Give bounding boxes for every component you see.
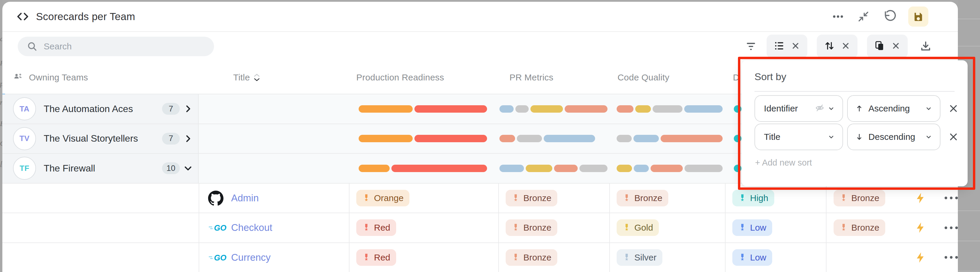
go-icon: GO (208, 251, 231, 264)
chevron-down-icon[interactable] (183, 163, 193, 173)
standards-cell (826, 243, 958, 272)
remove-sort-icon[interactable] (948, 131, 959, 142)
team-cell[interactable]: TAThe Automation Aces7 (2, 94, 199, 123)
status-badge: Bronze (834, 190, 885, 206)
bar-segment (414, 135, 487, 142)
team-avatar: TA (13, 97, 36, 120)
remove-sort-icon[interactable] (948, 103, 959, 114)
status-badge: Orange (356, 190, 409, 206)
status-badge: High (732, 190, 774, 206)
sort-field-dropdown[interactable]: Identifier (754, 95, 843, 122)
score-bars (349, 165, 487, 172)
lightning-icon[interactable] (915, 222, 926, 234)
badge-label: Silver (634, 253, 657, 262)
search-input[interactable] (43, 41, 192, 52)
badge-label: Gold (634, 222, 653, 233)
toolbar-controls (745, 32, 958, 61)
badge-label: Red (374, 253, 390, 262)
sort-rule-row: Identifier Ascending (754, 95, 959, 122)
sort-direction-dropdown[interactable]: Descending (847, 123, 940, 150)
bar-segment (359, 165, 390, 172)
score-bars (498, 135, 595, 142)
score-bars (349, 135, 487, 142)
standards-cell: Bronze (826, 213, 958, 242)
status-badge: Red (356, 249, 396, 266)
column-header-clipped[interactable]: D (733, 61, 740, 94)
empty-team-cell (2, 184, 199, 213)
filter-icon[interactable] (745, 40, 757, 53)
column-header-pr-metrics[interactable]: PR Metrics (509, 61, 554, 94)
row-menu-icon[interactable] (945, 226, 958, 229)
badge-cell: Red (349, 243, 498, 272)
sort-control-pill[interactable] (817, 35, 858, 58)
column-header-label: Production Readiness (356, 72, 444, 83)
score-bars (498, 165, 608, 172)
sort-field-dropdown[interactable]: Title (754, 123, 843, 150)
bar-segment (359, 135, 413, 142)
copy-stack-icon (874, 40, 885, 53)
search-box[interactable] (18, 37, 214, 56)
github-icon (208, 190, 231, 206)
chevron-right-icon[interactable] (183, 104, 193, 114)
clear-group-icon[interactable] (791, 41, 800, 52)
empty-team-cell (2, 213, 199, 242)
bar-segment (734, 165, 741, 172)
sort-panel: Sort by Identifier Ascending (741, 60, 967, 186)
add-new-sort-button[interactable]: + Add new sort (755, 158, 812, 168)
chevron-right-icon[interactable] (183, 134, 193, 143)
lightning-icon[interactable] (915, 251, 926, 263)
status-badge: Bronze (617, 190, 668, 206)
bar-segment (391, 165, 487, 172)
bar-segment (633, 135, 659, 142)
save-button[interactable] (908, 6, 928, 27)
sort-rule-row: Title Descending (754, 123, 959, 150)
arrow-up-icon (855, 104, 864, 113)
scorecard-link[interactable]: Currency (231, 252, 271, 263)
clear-columns-icon[interactable] (891, 41, 900, 52)
more-options-icon[interactable] (832, 10, 845, 23)
row-menu-icon[interactable] (945, 256, 958, 259)
medal-icon (512, 253, 520, 262)
column-header-label: Code Quality (617, 72, 670, 83)
scorecard-title-cell: GOCurrency (199, 243, 349, 272)
download-icon[interactable] (920, 40, 932, 53)
page-title: Scorecards per Team (36, 11, 135, 22)
scorecard-link[interactable]: Admin (231, 192, 259, 204)
column-header-code-quality[interactable]: Code Quality (617, 61, 670, 94)
chevron-down-icon (924, 104, 933, 113)
medal-icon (362, 194, 371, 202)
badge-cell: Bronze (498, 243, 609, 272)
bar-segment (515, 105, 529, 113)
team-count-badge: 10 (162, 162, 180, 174)
column-header-production-readiness[interactable]: Production Readiness (356, 61, 444, 94)
badge-cell: Low (725, 213, 826, 242)
bar-segment (554, 165, 578, 172)
column-header-label: Owning Teams (29, 72, 88, 83)
medal-icon (840, 224, 848, 232)
sort-panel-title: Sort by (754, 71, 955, 83)
team-avatar: TV (13, 127, 36, 150)
list-icon (774, 40, 785, 53)
row-menu-icon[interactable] (945, 197, 958, 199)
column-header-owning-teams[interactable]: Owning Teams (13, 61, 88, 94)
team-name: The Firewall (44, 163, 162, 174)
team-cell[interactable]: TVThe Visual Storytellers7 (2, 124, 199, 154)
bar-segment (660, 135, 722, 142)
columns-control-pill[interactable] (867, 35, 908, 58)
badge-label: Bronze (523, 193, 551, 203)
scorecard-link[interactable]: Checkout (231, 222, 272, 233)
sort-indicator[interactable] (254, 73, 260, 82)
bars-cell (609, 154, 725, 183)
status-badge: Bronze (506, 190, 557, 206)
group-control-pill[interactable] (767, 35, 807, 58)
undo-icon[interactable] (882, 10, 896, 23)
sort-direction-dropdown[interactable]: Ascending (847, 95, 940, 122)
clear-sort-icon[interactable] (841, 41, 850, 52)
team-cell[interactable]: TFThe Firewall10 (2, 154, 199, 183)
toolbar (2, 32, 958, 61)
column-header-title[interactable]: Title (233, 61, 260, 94)
lightning-icon[interactable] (915, 192, 926, 204)
collapse-icon[interactable] (857, 10, 870, 23)
bar-segment (500, 165, 524, 172)
badge-label: Orange (374, 193, 404, 203)
